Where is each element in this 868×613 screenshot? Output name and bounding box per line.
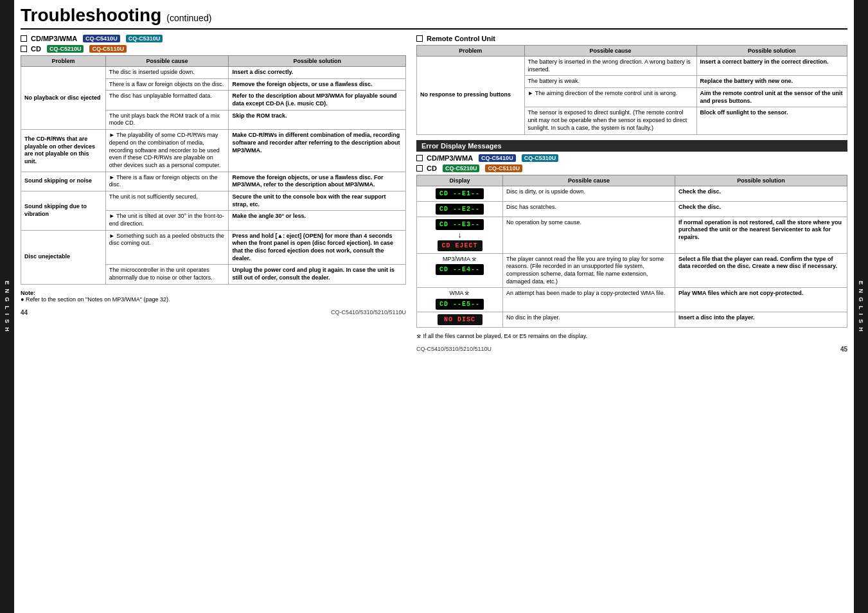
cd-mp3-header: CD/MP3/WMA CQ-C5410U CQ-C5310U [21,35,406,42]
solution-cell: Refer to the description about MP3/WMA f… [229,91,406,110]
error-display-e4: CD --E4-- [436,264,484,275]
error-solution-cell: Check the disc. [675,201,847,217]
error-table: Display Possible cause Possible solution… [416,175,847,328]
remote-cause-cell: ► The aiming direction of the remote con… [524,88,696,107]
error-cd-mp3-checkbox [416,155,423,161]
error-cd-mp3-header: CD/MP3/WMA CQ-C5410U CQ-C5310U [416,154,847,162]
error-display-cell: MP3/WMA ※ CD --E4-- [417,253,503,288]
remote-table: Problem Possible cause Possible solution… [416,45,847,135]
error-cause-cell: The player cannot read the file you are … [503,253,675,288]
solution-cell: Remove the foreign objects, or use a fla… [229,78,406,91]
cause-cell: ► The playability of some CD-R/RWs may d… [105,130,229,172]
remote-cause-cell: The sensor is exposed to direct sunlight… [524,107,696,134]
left-footer-model: CQ-C5410/5310/5210/5110U [331,309,406,315]
error-cd-label: CD [427,164,437,172]
title-bar: Troubleshooting (continued) [21,5,847,30]
error-footnote: ※ If all the files cannot be played, E4 … [416,333,847,339]
error-badge-cq-c5110u: CQ-C5110U [485,164,522,172]
badge-cq-c5110u: CQ-C5110U [89,45,127,53]
page-title: Troubleshooting [21,5,161,26]
error-display-cell: CD --E3-- ↓ CD EJECT [417,217,503,253]
left-sidebar-text: E N G L I S H [4,281,10,333]
left-sidebar: E N G L I S H [0,0,14,613]
remote-col-problem: Problem [417,46,525,57]
table-row: No playback or disc ejected The disc is … [21,67,406,79]
remote-cause-cell: The battery is inserted in the wrong dir… [524,57,696,76]
remote-problem-cell: No response to pressing buttons [417,57,525,135]
col-cause: Possible cause [105,56,229,67]
error-solution-cell: Insert a disc into the player. [675,312,847,327]
left-column: CD/MP3/WMA CQ-C5410U CQ-C5310U CD CQ-C52… [21,35,406,608]
cd-checkbox [21,46,27,52]
error-display-e2: CD --E2-- [436,204,484,215]
solution-cell: Remove the foreign objects, or use a fla… [229,172,406,191]
problem-cell: Sound skipping or noise [21,172,106,191]
remote-solution-cell: Replace the battery with new one. [696,76,847,88]
cd-label: CD [31,45,41,53]
error-row: CD --E3-- ↓ CD EJECT No operation by som… [417,217,847,253]
badge-cq-c5310u: CQ-C5310U [126,35,163,42]
troubleshooting-table: Problem Possible cause Possible solution… [21,55,406,285]
remote-label: Remote Control Unit [427,35,495,42]
error-cd-mp3-label: CD/MP3/WMA [427,154,473,162]
error-badge-cq-c5410u: CQ-C5410U [479,154,516,162]
cd-header: CD CQ-C5210U CQ-C5110U [21,45,406,53]
cause-cell: ► The unit is tilted at over 30° in the … [105,211,229,230]
remote-header: Remote Control Unit [416,35,847,42]
cause-cell: The microcontroller in the unit operates… [105,265,229,284]
badge-cq-c5210u: CQ-C5210U [47,45,84,53]
error-badge-cq-c5210u: CQ-C5210U [443,164,480,172]
cause-cell: ► Something such as a peeled obstructs t… [105,230,229,265]
problem-cell: Sound skipping due to vibration [21,191,106,230]
error-solution-cell: Select a file that the player can read. … [675,253,847,288]
error-row: CD --E2-- Disc has scratches. Check the … [417,201,847,217]
table-row: No response to pressing buttons The batt… [417,57,847,76]
left-page-num: 44 [21,309,28,316]
content-columns: CD/MP3/WMA CQ-C5410U CQ-C5310U CD CQ-C52… [21,35,847,608]
error-section-title: Error Display Messages [416,140,847,152]
col-problem: Problem [21,56,106,67]
error-display-cell: WMA ※ CD --E5-- [417,288,503,312]
error-col-solution: Possible solution [675,175,847,186]
error-cause-cell: Disc is dirty, or is upside down. [503,186,675,201]
error-cd-checkbox [416,165,423,172]
error-display-cell: NO DISC [417,312,503,327]
remote-checkbox [416,35,423,42]
problem-cell: Disc unejectable [21,230,106,284]
page-wrapper: E N G L I S H Troubleshooting (continued… [0,0,868,613]
cause-cell: The unit plays back the ROM track of a m… [105,110,229,129]
note-label: Note: [21,290,35,296]
error-row: MP3/WMA ※ CD --E4-- The player cannot re… [417,253,847,288]
cd-mp3-checkbox [21,35,27,42]
col-solution: Possible solution [229,56,406,67]
error-solution-cell: Play WMA files which are not copy-protec… [675,288,847,312]
error-cause-cell: An attempt has been made to play a copy-… [503,288,675,312]
error-col-display: Display [417,175,503,186]
error-badge-cq-c5310u: CQ-C5310U [522,154,559,162]
table-row: Disc unejectable ► Something such as a p… [21,230,406,265]
error-display-nodisc: NO DISC [438,314,483,325]
problem-cell: The CD-R/RWs that are playable on other … [21,130,106,172]
error-display-e3: CD --E3-- [436,219,484,230]
cause-cell: The disc is inserted upside down. [105,67,229,79]
cause-cell: The unit is not sufficiently secured. [105,191,229,210]
cause-cell: ► There is a flaw or foreign objects on … [105,172,229,191]
page-subtitle: (continued) [166,13,211,23]
error-display-eject: CD EJECT [438,240,483,251]
left-footer: 44 CQ-C5410/5310/5210/5110U [21,306,406,316]
error-cause-cell: No disc in the player. [503,312,675,327]
right-footer: CQ-C5410/5310/5210/5110U 45 [416,343,847,353]
error-cause-cell: No operation by some cause. [503,217,675,253]
error-display-e5: CD --E5-- [436,299,484,310]
main-content: Troubleshooting (continued) CD/MP3/WMA C… [14,0,854,613]
error-display-wrapper-e3: CD --E3-- ↓ CD EJECT [420,219,499,251]
cause-cell: The disc has unplayable formatted data. [105,91,229,110]
error-row: CD --E1-- Disc is dirty, or is upside do… [417,186,847,201]
problem-cell: No playback or disc ejected [21,67,106,130]
table-row: The CD-R/RWs that are playable on other … [21,130,406,172]
badge-cq-c5410u: CQ-C5410U [83,35,120,42]
error-cd-header: CD CQ-C5210U CQ-C5110U [416,164,847,172]
right-footer-model: CQ-C5410/5310/5210/5110U [416,346,492,352]
error-display-cell: CD --E1-- [417,186,503,201]
solution-cell: Skip the ROM track. [229,110,406,129]
